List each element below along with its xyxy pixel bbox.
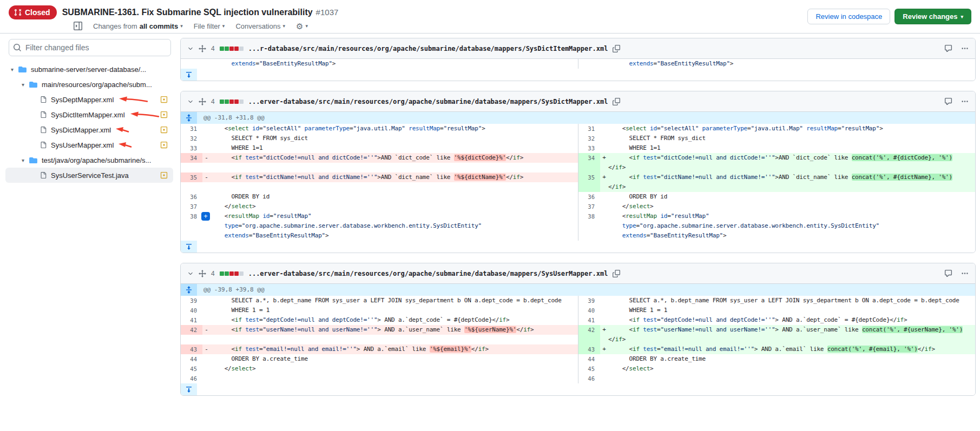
changes-from-dropdown[interactable]: Changes from all commits ▾: [93, 22, 183, 30]
kebab-menu-button[interactable]: [961, 98, 969, 105]
diff-footer: [181, 69, 975, 81]
review-in-codespace-button[interactable]: Review in codespace: [807, 9, 890, 24]
code-line: <if test="dictCode!=null and dictCode!='…: [211, 153, 578, 163]
diff-sign: [202, 335, 211, 344]
diff-sign: [202, 182, 211, 192]
line-number[interactable]: 40: [181, 306, 202, 315]
line-number[interactable]: 35: [578, 173, 600, 182]
line-number[interactable]: 43: [578, 344, 600, 354]
diff-sign: [202, 354, 211, 364]
tree-file-item[interactable]: SysDictMapper.xml: [5, 122, 173, 137]
line-number[interactable]: 36: [181, 192, 202, 202]
tree-folder-item[interactable]: ▾test/java/org/apache/submarine/s...: [5, 152, 173, 168]
diff-sign: [600, 296, 608, 306]
sidebar-toggle-button[interactable]: [74, 22, 82, 30]
line-number[interactable]: 31: [578, 124, 600, 134]
line-number[interactable]: 45: [578, 364, 600, 374]
kebab-menu-button[interactable]: [961, 45, 969, 52]
diff-table: @@ -31,8 +31,8 @@31 <select id="selectAl…: [181, 112, 975, 253]
line-number[interactable]: 46: [181, 374, 202, 383]
comment-icon[interactable]: [944, 44, 952, 52]
line-number[interactable]: 33: [578, 143, 600, 153]
line-number[interactable]: 32: [578, 134, 600, 143]
diff-file: 4...erver-database/src/main/resources/or…: [180, 263, 976, 396]
diff-side-right: </if>: [578, 182, 975, 192]
line-number[interactable]: 39: [181, 296, 202, 306]
comment-icon[interactable]: [944, 97, 952, 105]
diffstat-square-add: [225, 47, 229, 51]
diff-sign: [202, 221, 211, 231]
collapse-file-button[interactable]: [187, 270, 194, 277]
line-number[interactable]: 39: [578, 296, 600, 306]
review-changes-button[interactable]: Review changes ▾: [895, 9, 971, 24]
diffstat-square-del: [229, 100, 234, 104]
tree-file-item[interactable]: SysDictItemMapper.xml: [5, 107, 173, 122]
review-changes-label: Review changes: [903, 12, 957, 21]
line-number[interactable]: 37: [578, 202, 600, 211]
copy-path-button[interactable]: [613, 98, 620, 105]
diff-side-left: 39 SELECT a.*, b.dept_name FROM sys_user…: [181, 296, 578, 306]
file-path: ...r-database/src/main/resources/org/apa…: [248, 45, 608, 52]
tree-file-item[interactable]: SysDeptMapper.xml: [5, 92, 173, 107]
search-icon: [13, 43, 22, 54]
copy-path-button[interactable]: [613, 45, 620, 52]
line-number[interactable]: 43: [181, 344, 202, 354]
diff-table: extends="BaseEntityResultMap"> extends="…: [181, 59, 975, 81]
line-number[interactable]: 41: [181, 315, 202, 325]
line-number[interactable]: 46: [578, 374, 600, 383]
line-number[interactable]: 44: [181, 354, 202, 364]
expand-down-button[interactable]: [181, 383, 197, 395]
diff-row: 41 <if test="deptCode!=null and deptCode…: [181, 315, 975, 325]
diff-sign: [202, 202, 211, 211]
line-number[interactable]: 36: [578, 192, 600, 202]
line-number[interactable]: 32: [181, 134, 202, 143]
diff-side-left: 41 <if test="deptCode!=null and deptCode…: [181, 315, 578, 325]
drag-handle-icon[interactable]: [199, 45, 206, 52]
modified-icon: [160, 126, 168, 134]
tree-folder-item[interactable]: ▾submarine-server/server-database/...: [5, 62, 173, 77]
comment-icon[interactable]: [944, 269, 952, 277]
line-number[interactable]: 35: [181, 173, 202, 182]
annotation-arrow: [118, 141, 132, 149]
expand-hunk-button[interactable]: [181, 284, 197, 296]
collapse-file-button[interactable]: [187, 98, 194, 105]
diff-side-right: 38 <resultMap id="resultMap": [578, 211, 975, 221]
file-path: ...erver-database/src/main/resources/org…: [248, 98, 608, 105]
line-number[interactable]: 42: [578, 325, 600, 335]
diff-row: 35- <if test="dictName!=null and dictNam…: [181, 173, 975, 182]
conversations-dropdown[interactable]: Conversations ▾: [235, 22, 285, 30]
tree-folder-item[interactable]: ▾main/resources/org/apache/subm...: [5, 77, 173, 92]
file-icon: [40, 141, 47, 149]
expand-down-button[interactable]: [181, 241, 197, 253]
diff-settings-button[interactable]: ⚙ ▾: [296, 22, 308, 30]
line-number[interactable]: 34: [578, 153, 600, 163]
file-filter-dropdown[interactable]: File filter ▾: [194, 22, 225, 30]
kebab-menu-button[interactable]: [961, 270, 969, 277]
file-header: 4...erver-database/src/main/resources/or…: [181, 263, 975, 284]
expand-down-button[interactable]: [181, 69, 197, 81]
collapse-file-button[interactable]: [187, 45, 194, 52]
filter-files-input[interactable]: [9, 39, 171, 56]
diff-sign: [600, 221, 608, 231]
drag-handle-icon[interactable]: [199, 270, 206, 277]
tree-file-item[interactable]: SysUserMapper.xml: [5, 137, 173, 152]
diff-sign: [202, 143, 211, 153]
line-number[interactable]: 38: [578, 211, 600, 221]
line-number[interactable]: 40: [578, 306, 600, 315]
line-number[interactable]: 34: [181, 153, 202, 163]
add-comment-button[interactable]: +: [201, 212, 210, 221]
line-number[interactable]: 37: [181, 202, 202, 211]
line-number[interactable]: 31: [181, 124, 202, 134]
copy-path-button[interactable]: [613, 270, 620, 277]
line-number[interactable]: 44: [578, 354, 600, 364]
drag-handle-icon[interactable]: [199, 98, 206, 105]
line-number[interactable]: 42: [181, 325, 202, 335]
line-number[interactable]: 38+: [181, 211, 202, 221]
line-number[interactable]: 33: [181, 143, 202, 153]
line-number[interactable]: 41: [578, 315, 600, 325]
tree-item-label: test/java/org/apache/submarine/s...: [42, 156, 151, 164]
tree-file-item[interactable]: SysUserServiceTest.java: [5, 168, 173, 183]
diff-row: type="org.apache.submarine.server.databa…: [181, 221, 975, 231]
expand-hunk-button[interactable]: [181, 112, 197, 124]
line-number[interactable]: 45: [181, 364, 202, 374]
